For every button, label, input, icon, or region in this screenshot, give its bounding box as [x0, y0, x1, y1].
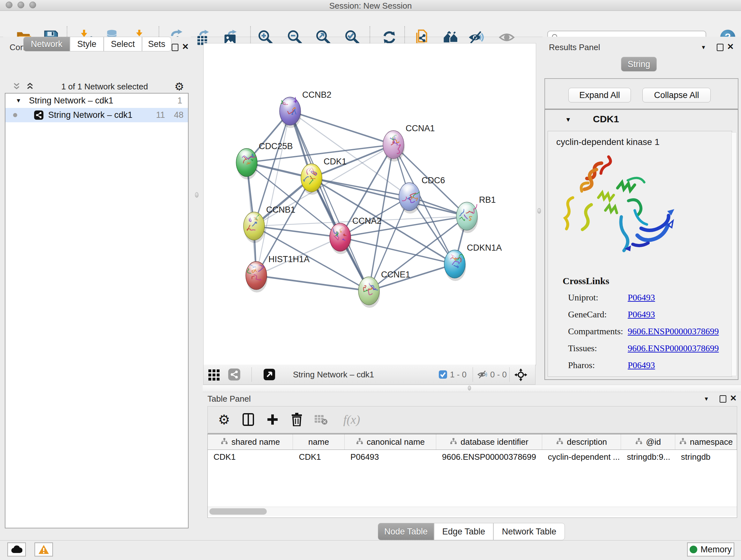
- column-label: namespace: [690, 437, 733, 447]
- tab-network-table[interactable]: Network Table: [493, 523, 565, 540]
- table-cell[interactable]: stringdb:9...: [621, 450, 675, 464]
- column-header-description[interactable]: description: [542, 434, 621, 449]
- horizontal-splitter[interactable]: [203, 385, 741, 392]
- crosslink-link[interactable]: P06493: [628, 293, 655, 303]
- crosslink-link[interactable]: 9606.ENSP00000378699: [628, 326, 719, 336]
- tab-network[interactable]: Network: [23, 37, 70, 51]
- column-label: shared name: [231, 437, 280, 447]
- add-column-icon[interactable]: [265, 412, 280, 428]
- node-label-cdk1: CDK1: [324, 157, 347, 166]
- table-cell[interactable]: stringdb: [675, 450, 737, 464]
- network-collection-row[interactable]: ▼ String Network – cdk1 1: [5, 94, 188, 108]
- close-panel-icon[interactable]: ✕: [182, 42, 189, 52]
- table-cell[interactable]: CDK1: [208, 450, 293, 464]
- network-node-ccnb2[interactable]: [280, 97, 301, 128]
- tab-select[interactable]: Select: [104, 37, 142, 51]
- detach-view-icon[interactable]: [263, 368, 275, 382]
- memory-button[interactable]: Memory: [687, 543, 734, 557]
- tab-string[interactable]: String: [621, 57, 657, 71]
- fit-selected-icon[interactable]: [515, 368, 527, 382]
- node-table[interactable]: shared namenamecanonical namedatabase id…: [207, 434, 737, 518]
- tab-style[interactable]: Style: [70, 37, 104, 51]
- network-graph[interactable]: CCNB2CCNA1CDC25BCDK1CDC6RB1CCNB1CCNA2CDK…: [204, 44, 536, 365]
- table-row[interactable]: CDK1CDK1P064939606.ENSP00000378699cyclin…: [208, 450, 737, 464]
- node-label-cdc6: CDC6: [421, 176, 445, 185]
- network-node-ccna2[interactable]: [330, 223, 351, 254]
- network-tree: ▼ String Network – cdk1 1 String Network…: [5, 93, 189, 528]
- results-panel-title: Results Panel: [549, 43, 600, 52]
- network-node-cdkn1a[interactable]: [444, 250, 466, 281]
- node-label-ccnb1: CCNB1: [266, 205, 295, 214]
- network-node-cdc6[interactable]: [399, 183, 421, 213]
- table-header-row: shared namenamecanonical namedatabase id…: [208, 434, 737, 450]
- horizontal-splitter-grip[interactable]: [468, 386, 471, 390]
- float-panel-icon[interactable]: [172, 44, 179, 51]
- crosslink-link[interactable]: P06493: [628, 360, 655, 370]
- panel-menu-icon[interactable]: ▼: [704, 396, 709, 402]
- column-label: name: [308, 437, 329, 447]
- expand-all-icon[interactable]: [25, 82, 35, 91]
- column-header-canonical-name[interactable]: canonical name: [345, 434, 436, 449]
- crosslink-label: Pharos:: [568, 360, 595, 370]
- tab-node-table[interactable]: Node Table: [378, 523, 434, 540]
- collapse-protein-icon[interactable]: ▼: [565, 116, 571, 123]
- close-panel-icon[interactable]: ✕: [727, 42, 734, 52]
- cloud-button[interactable]: [7, 543, 26, 557]
- window-title: Session: New Session: [0, 1, 741, 11]
- grid-view-icon[interactable]: [208, 368, 221, 383]
- application-window: Session: New Session: [0, 0, 741, 560]
- panel-menu-icon[interactable]: ▼: [701, 44, 706, 51]
- delete-column-icon[interactable]: [289, 412, 305, 428]
- column-label: description: [567, 437, 607, 447]
- network-node-ccnb1[interactable]: [244, 212, 265, 243]
- cloud-icon: [11, 545, 22, 554]
- column-header-name[interactable]: name: [293, 434, 344, 449]
- table-cell[interactable]: 9606.ENSP00000378699: [436, 450, 542, 464]
- collapse-all-button[interactable]: Collapse All: [643, 88, 711, 103]
- left-splitter-grip[interactable]: [195, 192, 199, 198]
- close-panel-icon[interactable]: ✕: [730, 393, 737, 403]
- network-node-ccne1[interactable]: [358, 277, 380, 308]
- warning-button[interactable]: [35, 543, 53, 557]
- table-cell[interactable]: CDK1: [293, 450, 345, 464]
- table-hscrollbar[interactable]: [208, 507, 737, 516]
- network-row[interactable]: String Network – cdk1 11 48: [5, 108, 188, 122]
- column-header-shared-name[interactable]: shared name: [208, 434, 293, 449]
- network-selection-header: 1 of 1 Network selected ⚙: [5, 80, 189, 93]
- control-panel: Control Panel ▼ ✕ Network Style Select S…: [3, 37, 191, 540]
- results-scrollbar[interactable]: [731, 132, 737, 376]
- float-panel-icon[interactable]: [720, 395, 726, 402]
- node-label-rb1: RB1: [479, 195, 496, 205]
- right-splitter-grip[interactable]: [537, 208, 541, 213]
- table-cell[interactable]: P06493: [345, 450, 436, 464]
- network-canvas[interactable]: CCNB2CCNA1CDC25BCDK1CDC6RB1CCNB1CCNA2CDK…: [203, 43, 536, 365]
- crosslink-link[interactable]: 9606.ENSP00000378699: [628, 343, 719, 354]
- expand-all-button[interactable]: Expand All: [568, 88, 631, 103]
- table-hscrollbar-thumb[interactable]: [209, 508, 267, 515]
- column-header-database-identifier[interactable]: database identifier: [436, 434, 542, 449]
- column-header--id[interactable]: @id: [621, 434, 675, 449]
- network-name: String Network – cdk1: [48, 110, 132, 120]
- toolbar-separator: [404, 26, 405, 44]
- node-label-hist1h1a: HIST1H1A: [268, 254, 310, 264]
- table-cell[interactable]: cyclin-dependent ...: [542, 450, 621, 464]
- selected-checkbox-icon[interactable]: [439, 370, 448, 380]
- tab-sets[interactable]: Sets: [142, 37, 172, 51]
- tab-edge-table[interactable]: Edge Table: [434, 523, 493, 540]
- column-header-namespace[interactable]: namespace: [675, 434, 737, 449]
- network-share-view-icon[interactable]: [228, 368, 241, 382]
- crosslink-link[interactable]: P06493: [628, 309, 655, 320]
- float-panel-icon[interactable]: [717, 44, 724, 51]
- column-type-icon: [679, 437, 687, 447]
- crosslink-label: Compartments:: [568, 326, 623, 336]
- collection-count: 1: [178, 96, 182, 106]
- network-node-hist1h1a[interactable]: [246, 261, 267, 293]
- table-gear-icon[interactable]: ⚙: [216, 412, 232, 428]
- network-node-rb1[interactable]: [456, 202, 478, 233]
- gear-icon[interactable]: ⚙: [175, 80, 184, 93]
- collapse-row-icon[interactable]: ▼: [16, 98, 21, 104]
- protein-name: CDK1: [593, 114, 619, 125]
- show-columns-icon[interactable]: [240, 412, 256, 428]
- network-node-cdc25b[interactable]: [236, 148, 258, 179]
- collapse-all-icon[interactable]: [12, 82, 21, 91]
